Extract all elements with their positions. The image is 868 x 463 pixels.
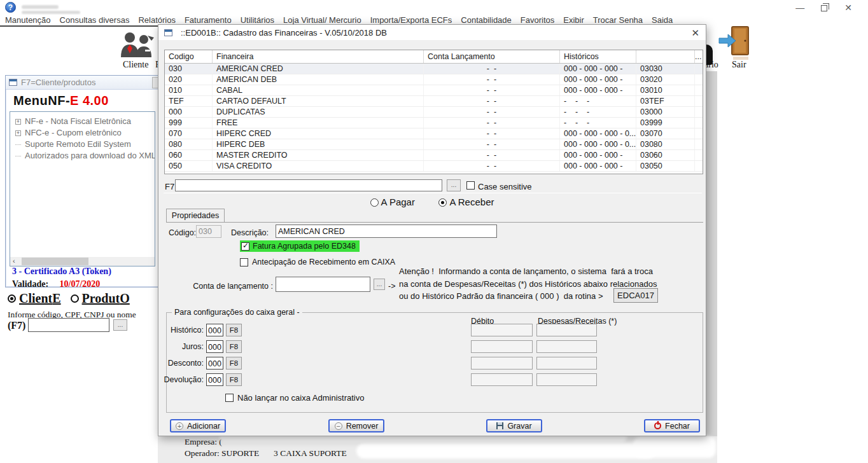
table-row[interactable]: 030AMERICAN CRED- -000 - 000 - 000 -0303…	[165, 64, 703, 74]
historico-code-input[interactable]	[206, 340, 223, 353]
scroll-thumb[interactable]	[22, 258, 88, 265]
remover-button[interactable]: − Remover	[328, 419, 384, 432]
despesas-slot[interactable]	[536, 373, 597, 386]
menu-item[interactable]: Favoritos	[521, 15, 554, 25]
conta-lancamento-input[interactable]	[276, 277, 370, 292]
radio-cliente-icon[interactable]	[8, 294, 16, 303]
tree-item[interactable]: +NFC-e - Cupom eletrônico	[10, 127, 155, 139]
f8-button[interactable]: F8	[226, 340, 242, 353]
descricao-input[interactable]	[276, 225, 497, 238]
f8-button[interactable]: F8	[226, 373, 242, 386]
menu-item[interactable]: Saida	[652, 15, 673, 25]
menu-item[interactable]: Loja Virtual/ Mercurio	[283, 15, 361, 25]
table-row[interactable]: 999FREE- -- - -03999	[165, 118, 703, 128]
clients-icon	[120, 32, 157, 59]
financeiras-table: Codigo Financeira Conta Lançamento Histó…	[164, 50, 703, 174]
menu-item[interactable]: Contabilidade	[461, 15, 512, 25]
col-header-conta[interactable]: Conta Lançamento	[424, 50, 560, 63]
historico-code-input[interactable]	[206, 357, 223, 370]
col-header-historicos[interactable]: Históricos	[560, 50, 636, 63]
plus-icon: +	[176, 422, 183, 430]
radio-produto-icon[interactable]	[71, 294, 79, 303]
tab-propriedades[interactable]: Propriedades	[166, 209, 225, 223]
despesas-slot[interactable]	[536, 357, 597, 370]
antecipacao-checkbox[interactable]	[240, 258, 248, 266]
table-row[interactable]: 000DUPLICATAS- -- - -03000	[165, 107, 703, 118]
radio-a-receber-icon[interactable]	[438, 198, 447, 207]
radio-a-pagar-label[interactable]: A Pagar	[381, 197, 415, 207]
despesas-slot[interactable]	[536, 340, 597, 353]
col-header-codigo[interactable]: Codigo	[165, 50, 213, 63]
f8-button[interactable]: F8	[226, 357, 242, 370]
debito-slot[interactable]	[471, 324, 533, 336]
dialog-f7-browse-button[interactable]: ...	[447, 179, 461, 191]
cliente-browse-button[interactable]: ...	[113, 319, 127, 331]
minimize-icon[interactable]: —	[789, 3, 811, 13]
conta-lancamento-label: Conta de lançamento :	[184, 282, 273, 291]
expand-plus-icon[interactable]: +	[15, 119, 21, 125]
help-icon[interactable]: ?	[5, 2, 16, 13]
edca017-button[interactable]: EDCA017	[613, 288, 658, 303]
table-row[interactable]: 010CABAL- -000 - 000 - 000 -03010	[165, 85, 703, 96]
historico-code-input[interactable]	[206, 373, 223, 386]
dialog-f7-input[interactable]	[175, 179, 442, 191]
gravar-button[interactable]: Gravar	[486, 419, 542, 432]
codigo-input	[196, 225, 221, 238]
toolbar-cliente[interactable]: Cliente Fo	[120, 32, 158, 69]
dialog-close-icon[interactable]: ✕	[691, 27, 699, 39]
certificate-info: 3 - Certificado A3 (Token)	[12, 266, 111, 277]
menu-item[interactable]: Exibir	[563, 15, 584, 25]
menu-item[interactable]: Trocar Senha	[593, 15, 643, 25]
expand-plus-icon[interactable]: +	[15, 130, 21, 136]
cell-financeira: DUPLICATAS	[213, 107, 424, 117]
codigo-label: Código:	[169, 228, 196, 237]
menu-item[interactable]: Manutenção	[5, 15, 51, 25]
cell-more	[695, 118, 703, 128]
table-row[interactable]: 080HIPERC DEB- -000 - 000 - 000 - 0...03…	[165, 139, 703, 150]
panel-titlebar[interactable]: F7=Cliente/produtos	[6, 76, 158, 90]
col-header-padrao[interactable]	[636, 50, 695, 63]
nao-lancar-checkbox[interactable]	[225, 394, 234, 402]
table-row[interactable]: 070HIPERC CRED- -000 - 000 - 000 - 0...0…	[165, 128, 703, 139]
menu-item[interactable]: Importa/Exporta ECFs	[370, 15, 452, 25]
toolbar-sair[interactable]: Sair	[718, 25, 756, 65]
menu-item[interactable]: Consultas diversas	[60, 15, 130, 25]
dialog-titlebar[interactable]: ::ED001B:: Cadastro das Financeiras - V.…	[158, 25, 706, 40]
despesas-slot[interactable]	[536, 324, 597, 336]
historico-code-input[interactable]	[206, 324, 223, 336]
restore-icon[interactable]	[813, 3, 835, 13]
fatura-agrupada-checkbox[interactable]	[241, 242, 249, 251]
conta-browse-button[interactable]: ...	[374, 279, 385, 290]
dialog-title: ::ED001B:: Cadastro das Financeiras - V.…	[181, 28, 387, 38]
atencao-line1: Atenção ! Informando a conta de lançamen…	[399, 266, 653, 276]
table-row[interactable]: TEFCARTAO DEFAULT- -- - -03TEF	[165, 96, 703, 107]
table-row[interactable]: 020AMERICAN DEB- -000 - 000 - 000 -03020	[165, 74, 703, 85]
close-icon[interactable]: ✕	[837, 3, 859, 13]
tree-item[interactable]: +NF-e - Nota Fiscal Eletrônica	[10, 116, 155, 127]
debito-slot[interactable]	[471, 340, 533, 353]
debito-slot[interactable]	[471, 373, 533, 386]
menu-item[interactable]: Utilitários	[241, 15, 274, 25]
table-row[interactable]: 060MASTER CREDITO- -000 - 000 - 000 -030…	[165, 150, 703, 161]
col-header-more[interactable]: ...	[695, 50, 703, 63]
menu-item[interactable]: Faturamento	[185, 15, 232, 25]
fechar-button[interactable]: Fechar	[644, 419, 700, 432]
adicionar-button[interactable]: + Adicionar	[170, 419, 226, 432]
col-header-financeira[interactable]: Financeira	[213, 50, 424, 63]
cliente-search-input[interactable]	[28, 318, 109, 332]
table-row[interactable]: 050VISA CREDITO- -000 - 000 - 000 -03050	[165, 161, 703, 172]
sair-label: Sair	[732, 60, 746, 70]
tree-hscrollbar[interactable]: ‹	[10, 257, 155, 266]
cell-historico-padrao: 03TEF	[636, 96, 695, 106]
radio-cliente-label[interactable]: ClientE	[19, 291, 61, 305]
radio-a-receber-label[interactable]: A Receber	[449, 197, 494, 207]
case-sensitive-checkbox[interactable]	[466, 181, 475, 190]
scroll-left-icon[interactable]: ‹	[13, 257, 15, 265]
radio-produto-label[interactable]: ProdutO	[82, 291, 130, 305]
menu-item[interactable]: Relatórios	[138, 15, 176, 25]
tree-item[interactable]: Autorizados para download do XML de	[10, 150, 155, 162]
tree-item[interactable]: Suporte Remoto Edil System	[10, 139, 155, 150]
f8-button[interactable]: F8	[226, 324, 242, 336]
debito-slot[interactable]	[471, 357, 533, 370]
radio-a-pagar-icon[interactable]	[370, 198, 379, 207]
